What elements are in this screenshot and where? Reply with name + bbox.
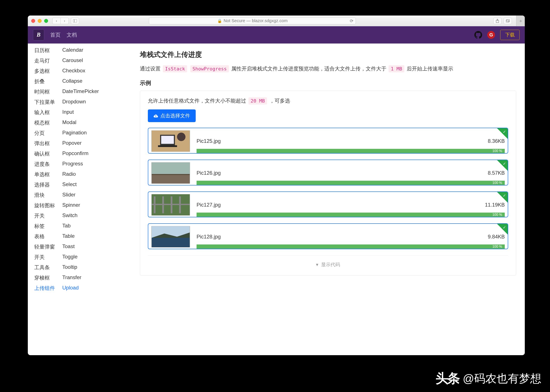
- svg-rect-22: [152, 238, 190, 247]
- progress-bar: 100 %: [197, 181, 505, 185]
- svg-rect-9: [161, 136, 174, 144]
- sidebar-item-tooltip[interactable]: 工具条Tooltip: [34, 262, 133, 273]
- svg-rect-4: [506, 20, 509, 22]
- sidebar-cn: 开关: [34, 254, 62, 261]
- share-button[interactable]: [493, 18, 501, 24]
- sidebar-cn: 多选框: [34, 68, 62, 75]
- browser-toolbar: ‹ › 🔒 Not Secure — blazor.sdgxgz.com ⟳ ＋: [28, 15, 525, 26]
- svg-text:B: B: [36, 31, 41, 38]
- sidebar-item-dropdown[interactable]: 下拉菜单Dropdown: [34, 97, 133, 107]
- sidebar-cn: 输入框: [34, 109, 62, 116]
- minimize-window-icon[interactable]: [38, 19, 42, 23]
- sidebar-item-radio[interactable]: 单选框Radio: [34, 169, 133, 180]
- sidebar-en: Pagination: [62, 130, 87, 137]
- sidebar-cn: 确认框: [34, 150, 62, 157]
- sidebar-en: Collapse: [62, 78, 82, 85]
- forward-button[interactable]: ›: [61, 18, 69, 24]
- close-window-icon[interactable]: [31, 19, 35, 23]
- sidebar-item-pagination[interactable]: 分页Pagination: [34, 128, 133, 138]
- sidebar-item-datetimepicker[interactable]: 时间框DateTimePicker: [34, 87, 133, 97]
- show-code-toggle[interactable]: ▾ 显示代码: [148, 255, 508, 269]
- success-corner: [497, 224, 508, 235]
- sidebar-cn: 旋转图标: [34, 202, 62, 209]
- svg-rect-12: [152, 162, 190, 175]
- address-bar[interactable]: 🔒 Not Secure — blazor.sdgxgz.com ⟳: [149, 17, 356, 24]
- sidebar-item-modal[interactable]: 模态框Modal: [34, 118, 133, 128]
- svg-rect-5: [507, 19, 509, 22]
- github-icon[interactable]: [474, 31, 482, 39]
- app-logo[interactable]: B: [33, 29, 44, 41]
- page-title: 堆栈式文件上传进度: [140, 50, 516, 59]
- sidebar-en: Toast: [62, 243, 75, 250]
- sidebar-item-carousel[interactable]: 走马灯Carousel: [34, 56, 133, 66]
- sidebar-en: Radio: [62, 171, 76, 178]
- sidebar-item-checkbox[interactable]: 多选框Checkbox: [34, 66, 133, 76]
- sidebar-item-switch[interactable]: 开关Switch: [34, 211, 133, 221]
- reload-icon[interactable]: ⟳: [350, 18, 353, 23]
- watermark-handle: @码农也有梦想: [463, 371, 541, 386]
- sidebar-item-table[interactable]: 表格Table: [34, 231, 133, 242]
- file-name: Pic125.jpg: [197, 138, 481, 144]
- sidebar-cn: 日历框: [34, 47, 62, 54]
- svg-rect-10: [158, 145, 177, 147]
- sidebar-item-spinner[interactable]: 旋转图标Spinner: [34, 200, 133, 211]
- address-text: Not Secure — blazor.sdgxgz.com: [224, 18, 288, 23]
- nav-home[interactable]: 首页: [50, 31, 61, 38]
- watermark: 头条 @码农也有梦想: [436, 370, 541, 387]
- sidebar-en: Input: [62, 109, 74, 116]
- sidebar-toggle-button[interactable]: [71, 18, 79, 24]
- sidebar-item-tab[interactable]: 标签Tab: [34, 221, 133, 231]
- progress-bar: 100 %: [197, 149, 505, 153]
- choose-file-button[interactable]: 点击选择文件: [148, 109, 196, 122]
- sidebar-en: Tab: [62, 223, 71, 230]
- sidebar-en: Checkbox: [62, 68, 85, 75]
- file-thumbnail: [151, 226, 190, 247]
- sidebar-item-popconfirm[interactable]: 确认框Popconfirm: [34, 149, 133, 159]
- file-size: 9.84KB: [488, 234, 505, 240]
- file-name: Pic126.jpg: [197, 170, 481, 176]
- sidebar-item-toggle[interactable]: 开关Toggle: [34, 252, 133, 262]
- sidebar-cn: 上传组件: [34, 285, 62, 292]
- sidebar-item-input[interactable]: 输入框Input: [34, 107, 133, 118]
- window-controls: [31, 19, 48, 23]
- sidebar-en: Slider: [62, 192, 75, 199]
- gitee-icon[interactable]: G: [487, 31, 495, 39]
- sidebar-en: Carousel: [62, 57, 83, 64]
- file-card: ✓Pic125.jpg8.36KB100 %: [148, 128, 508, 154]
- cloud-upload-icon: [153, 114, 158, 118]
- sidebar-item-transfer[interactable]: 穿梭框Transfer: [34, 273, 133, 283]
- sidebar-item-progress[interactable]: 进度条Progress: [34, 159, 133, 169]
- nav-docs[interactable]: 文档: [67, 31, 77, 38]
- check-icon: ✓: [503, 193, 506, 198]
- sidebar-item-upload[interactable]: 上传组件Upload: [34, 283, 133, 293]
- file-size: 8.57KB: [488, 170, 505, 176]
- sidebar-cn: 单选框: [34, 171, 62, 178]
- code-isstack: IsStack: [163, 65, 187, 72]
- sidebar-cn: 穿梭框: [34, 274, 62, 281]
- sidebar-cn: 表格: [34, 233, 62, 240]
- back-button[interactable]: ‹: [52, 18, 61, 24]
- lock-icon: 🔒: [217, 19, 222, 23]
- maximize-window-icon[interactable]: [44, 19, 48, 23]
- example-label: 示例: [140, 79, 516, 87]
- sidebar-item-popover[interactable]: 弹出框Popover: [34, 138, 133, 149]
- sidebar-item-slider[interactable]: 滑块Slider: [34, 190, 133, 200]
- sidebar-item-select[interactable]: 选择器Select: [34, 180, 133, 190]
- sidebar-item-collapse[interactable]: 折叠Collapse: [34, 76, 133, 87]
- file-card: ✓Pic127.jpg11.19KB100 %: [148, 191, 508, 217]
- sidebar-item-toast[interactable]: 轻量弹窗Toast: [34, 242, 133, 252]
- sidebar-en: Calendar: [62, 47, 83, 54]
- sidebar-item-calendar[interactable]: 日历框Calendar: [34, 45, 133, 56]
- file-thumbnail: [151, 162, 190, 184]
- download-button[interactable]: 下载: [500, 30, 520, 40]
- sidebar-en: Tooltip: [62, 264, 77, 271]
- tabs-button[interactable]: [504, 18, 512, 24]
- check-icon: ✓: [503, 129, 506, 134]
- app-header: B 首页 文档 G 下载: [28, 26, 525, 43]
- file-thumbnail: [151, 194, 190, 216]
- svg-rect-13: [152, 175, 190, 183]
- new-tab-button[interactable]: ＋: [516, 15, 525, 26]
- sidebar-en: Upload: [62, 285, 79, 292]
- code-showprogress: ShowProgress: [190, 65, 229, 72]
- check-icon: ✓: [503, 225, 506, 230]
